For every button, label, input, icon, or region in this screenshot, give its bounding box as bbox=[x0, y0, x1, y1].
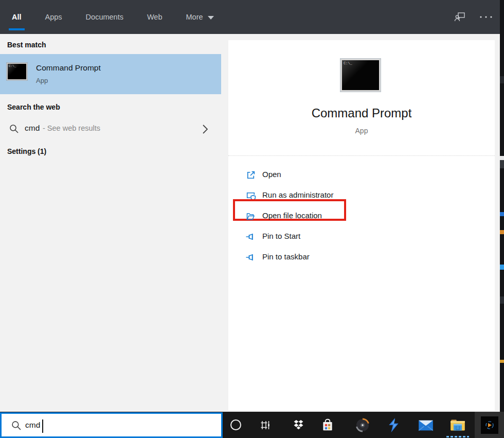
tab-more[interactable]: More bbox=[183, 1, 217, 33]
tab-all[interactable]: All bbox=[9, 1, 25, 33]
file-explorer-icon[interactable] bbox=[445, 412, 470, 438]
desktop-edge bbox=[500, 0, 504, 412]
action-label: Open bbox=[262, 170, 281, 179]
search-web-header: Search the web bbox=[7, 103, 60, 111]
folder-icon bbox=[245, 211, 256, 222]
tab-documents[interactable]: Documents bbox=[83, 1, 127, 33]
app-type-label: App bbox=[228, 127, 495, 135]
active-pin-indicator bbox=[446, 436, 469, 437]
task-view-icon[interactable] bbox=[253, 412, 278, 438]
action-run-as-administrator[interactable]: Run as administrator bbox=[228, 185, 495, 206]
admin-shield-icon bbox=[245, 190, 257, 201]
web-suffix-text: - See web results bbox=[43, 124, 100, 132]
text-cursor bbox=[42, 419, 43, 433]
cmd-icon: C:\_ bbox=[340, 59, 381, 92]
app-title: Command Prompt bbox=[228, 106, 495, 120]
best-match-header: Best match bbox=[7, 41, 46, 49]
result-title: Command Prompt bbox=[36, 63, 101, 73]
taskbar-search-box[interactable] bbox=[0, 412, 223, 438]
result-subtitle: App bbox=[36, 77, 48, 84]
search-filter-bar: All Apps Documents Web More bbox=[0, 0, 504, 34]
results-list-panel: Best match C:\_ Command Prompt App Searc… bbox=[0, 34, 221, 412]
web-query-text: cmd bbox=[25, 124, 40, 133]
more-options-icon[interactable] bbox=[479, 15, 493, 19]
search-input[interactable] bbox=[25, 416, 210, 434]
open-icon bbox=[245, 170, 256, 181]
search-icon bbox=[9, 124, 19, 134]
action-pin-to-start[interactable]: Pin to Start bbox=[228, 226, 495, 247]
search-icon bbox=[11, 421, 22, 431]
chevron-down-icon bbox=[208, 16, 214, 20]
music-disc-icon[interactable] bbox=[350, 412, 375, 438]
search-results-area: Best match C:\_ Command Prompt App Searc… bbox=[0, 34, 500, 412]
microsoft-store-icon[interactable] bbox=[315, 412, 340, 438]
action-label: Open file location bbox=[262, 211, 322, 220]
action-label: Run as administrator bbox=[262, 190, 333, 199]
lightning-icon[interactable] bbox=[382, 412, 406, 438]
windows-search-flyout: All Apps Documents Web More bbox=[0, 0, 504, 438]
panel-margin bbox=[495, 34, 500, 412]
action-open-file-location[interactable]: Open file location bbox=[228, 206, 495, 226]
tab-apps[interactable]: Apps bbox=[42, 1, 65, 33]
dropbox-icon[interactable] bbox=[286, 412, 311, 438]
chevron-right-icon[interactable] bbox=[202, 124, 209, 134]
divider bbox=[228, 155, 495, 156]
action-label: Pin to taskbar bbox=[262, 252, 310, 261]
best-match-result[interactable]: C:\_ Command Prompt App bbox=[0, 54, 221, 94]
mail-icon[interactable] bbox=[413, 412, 438, 438]
taskbar bbox=[0, 412, 504, 438]
pin-icon bbox=[245, 232, 256, 242]
active-app-button[interactable] bbox=[475, 412, 504, 438]
cortana-icon[interactable] bbox=[223, 412, 248, 438]
action-open[interactable]: Open bbox=[228, 165, 495, 185]
tab-web[interactable]: Web bbox=[144, 1, 166, 33]
result-detail-panel: C:\_ Command Prompt App Open Run as admi… bbox=[228, 40, 495, 411]
feedback-icon[interactable] bbox=[454, 11, 466, 23]
action-list: Open Run as administrator Open file bbox=[228, 165, 495, 268]
settings-header: Settings (1) bbox=[7, 147, 46, 155]
action-pin-to-taskbar[interactable]: Pin to taskbar bbox=[228, 247, 495, 268]
filter-tabs: All Apps Documents Web More bbox=[9, 0, 217, 34]
app-thumbnail bbox=[481, 416, 498, 434]
action-label: Pin to Start bbox=[262, 232, 300, 240]
pin-icon bbox=[245, 252, 256, 262]
web-search-result[interactable]: cmd - See web results bbox=[0, 117, 221, 141]
cmd-icon: C:\_ bbox=[7, 63, 27, 80]
